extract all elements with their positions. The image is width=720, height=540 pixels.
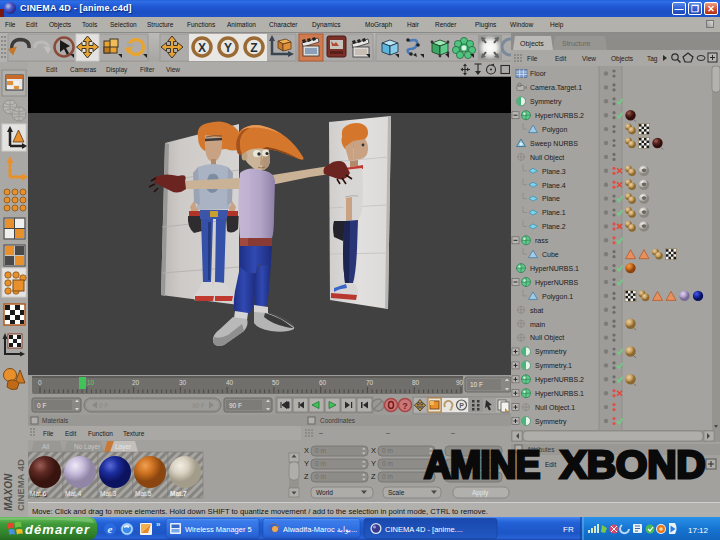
svg-text:80: 80 — [412, 379, 420, 386]
svg-text:Mat.3: Mat.3 — [100, 490, 117, 497]
svg-text:No Layer: No Layer — [74, 443, 101, 451]
svg-text:Mat.5: Mat.5 — [135, 490, 152, 497]
svg-text:Null Object.1: Null Object.1 — [535, 404, 575, 412]
svg-text:CINEMA 4D - [anime....: CINEMA 4D - [anime.... — [385, 525, 463, 534]
svg-text:Plane: Plane — [542, 195, 560, 202]
svg-text:Cube: Cube — [542, 251, 559, 258]
svg-text:HyperNURBS.2: HyperNURBS.2 — [535, 376, 584, 384]
svg-text:sbat: sbat — [530, 307, 543, 314]
svg-text:Wireless Manager 5: Wireless Manager 5 — [185, 525, 252, 534]
svg-text:–: – — [319, 429, 323, 436]
svg-text:Edit: Edit — [65, 430, 76, 437]
svg-text:World: World — [316, 489, 333, 496]
svg-text:Mat.4: Mat.4 — [65, 490, 82, 497]
svg-text:0 m: 0 m — [315, 473, 326, 480]
svg-text:Coordinates: Coordinates — [320, 417, 356, 424]
svg-text:0 m: 0 m — [315, 447, 326, 454]
svg-text:Symmetry: Symmetry — [535, 348, 567, 356]
svg-text:Mat.6: Mat.6 — [30, 490, 47, 497]
svg-text:17:12: 17:12 — [688, 526, 709, 535]
svg-text:FR: FR — [563, 525, 574, 534]
svg-text:0 m: 0 m — [315, 460, 326, 467]
svg-text:Scale: Scale — [388, 489, 405, 496]
svg-text:All: All — [42, 443, 50, 450]
svg-text:HyperNURBS.2: HyperNURBS.2 — [535, 112, 584, 120]
svg-text:Symmetry: Symmetry — [535, 418, 567, 426]
svg-text:P: P — [459, 402, 464, 409]
svg-text:Plane.1: Plane.1 — [542, 209, 566, 216]
svg-text:?: ? — [402, 401, 408, 411]
svg-text:Z: Z — [304, 472, 309, 481]
svg-text:File: File — [43, 430, 54, 437]
svg-text:–: – — [451, 429, 455, 436]
svg-text:0 F: 0 F — [99, 402, 108, 409]
svg-text:HyperNURBS: HyperNURBS — [535, 279, 579, 287]
svg-text:rass: rass — [535, 237, 549, 244]
svg-text:e: e — [108, 523, 113, 535]
svg-text:Symmetry.1: Symmetry.1 — [535, 362, 572, 370]
svg-text:20: 20 — [132, 379, 140, 386]
svg-text:Objects: Objects — [520, 40, 544, 48]
svg-text:0 m: 0 m — [382, 447, 393, 454]
svg-text:0: 0 — [38, 379, 42, 386]
svg-text:HyperNURBS.1: HyperNURBS.1 — [535, 390, 584, 398]
svg-text:X: X — [304, 446, 309, 455]
svg-text:Structure: Structure — [562, 40, 591, 47]
svg-text:10: 10 — [87, 379, 95, 386]
svg-text:Mat.7: Mat.7 — [170, 490, 187, 497]
svg-text:MAXON: MAXON — [3, 473, 14, 511]
svg-text:View: View — [582, 55, 596, 62]
svg-text:90 F: 90 F — [192, 402, 205, 409]
svg-text:Y: Y — [371, 459, 376, 468]
svg-text:Plane.2: Plane.2 — [542, 223, 566, 230]
svg-text:Plane.3: Plane.3 — [542, 168, 566, 175]
svg-text:Layer: Layer — [115, 443, 132, 451]
svg-text:Texture: Texture — [123, 430, 145, 437]
svg-text:Alwadifa-Maroc بوابة...: Alwadifa-Maroc بوابة... — [283, 525, 357, 534]
svg-text:90: 90 — [456, 379, 464, 386]
svg-text:Floor: Floor — [530, 70, 547, 77]
svg-text:Objects: Objects — [611, 55, 634, 63]
svg-text:Edit: Edit — [555, 55, 566, 62]
svg-text:Sweep NURBS: Sweep NURBS — [530, 140, 578, 148]
svg-text:10 F: 10 F — [470, 381, 483, 388]
svg-text:Symmetry: Symmetry — [530, 98, 562, 106]
svg-text:0 F: 0 F — [37, 402, 46, 409]
svg-text:démarrer: démarrer — [25, 522, 90, 537]
svg-text:30: 30 — [179, 379, 187, 386]
svg-text:Y: Y — [304, 459, 309, 468]
svg-text:CINEMA 4D: CINEMA 4D — [15, 459, 26, 511]
svg-text:X: X — [198, 41, 206, 55]
svg-text:main: main — [530, 321, 545, 328]
svg-text:Y: Y — [224, 41, 232, 55]
svg-text:X: X — [371, 446, 376, 455]
svg-text:Z: Z — [250, 41, 257, 55]
svg-text:Function: Function — [88, 430, 113, 437]
svg-text:Null Object: Null Object — [530, 154, 564, 162]
svg-text:File: File — [527, 55, 538, 62]
svg-text:50: 50 — [272, 379, 280, 386]
svg-text:Polygon.1: Polygon.1 — [542, 293, 573, 301]
svg-text:0 m: 0 m — [382, 473, 393, 480]
svg-text:90 F: 90 F — [229, 402, 242, 409]
svg-text:0 m: 0 m — [382, 460, 393, 467]
svg-text:Camera.Target.1: Camera.Target.1 — [530, 84, 582, 92]
svg-text:70: 70 — [366, 379, 374, 386]
svg-text:Edit: Edit — [545, 461, 556, 468]
svg-text:»: » — [156, 520, 161, 529]
svg-text:Z: Z — [371, 472, 376, 481]
svg-text:–: – — [386, 429, 390, 436]
svg-text:HyperNURBS.1: HyperNURBS.1 — [530, 265, 579, 273]
svg-text:Null Object: Null Object — [530, 334, 564, 342]
svg-text:60: 60 — [319, 379, 327, 386]
svg-text:Apply: Apply — [472, 489, 489, 497]
svg-text:Materials: Materials — [42, 417, 69, 424]
svg-text:40: 40 — [226, 379, 234, 386]
svg-text:Plane.4: Plane.4 — [542, 182, 566, 189]
svg-text:Polygon: Polygon — [542, 126, 567, 134]
svg-text:Tag: Tag — [647, 55, 658, 63]
